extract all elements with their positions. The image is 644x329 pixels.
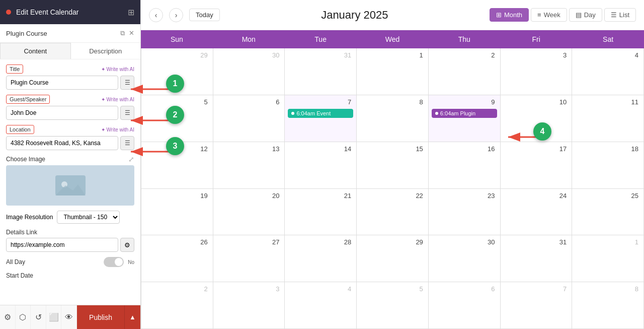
table-row: 20 <box>213 189 285 235</box>
today-button[interactable]: Today <box>189 9 220 21</box>
image-expand-icon[interactable]: ⤢ <box>128 155 134 163</box>
location-input[interactable] <box>6 136 118 150</box>
table-row: 19 <box>141 189 213 235</box>
details-link-label: Details Link <box>6 229 134 236</box>
table-row: 2 <box>429 48 501 95</box>
event-teal-jan7[interactable]: 6:04am Event <box>288 109 353 118</box>
title-label-row: Title ✦ Write with AI <box>6 64 134 74</box>
sparkle-icon2: ✦ <box>101 97 105 102</box>
table-row: 6 <box>429 282 501 328</box>
table-row: 2 <box>141 282 213 328</box>
sidebar: Edit Event Calendar ⊞ Plugin Course ⧉ ✕ … <box>0 0 141 329</box>
start-date-row: Start Date <box>6 272 134 279</box>
resolution-row: Image Resolution Thumbnail - 150 <box>6 211 134 224</box>
publish-button[interactable]: Publish <box>77 305 124 330</box>
all-day-row: All Day No <box>6 257 134 267</box>
eye-icon-btn[interactable]: 👁 <box>61 305 77 330</box>
table-row: 30 <box>213 48 285 95</box>
list-view-icon: ☰ <box>611 11 617 19</box>
table-row: 14 <box>285 142 357 188</box>
table-row: 24 <box>501 189 573 235</box>
title-input[interactable] <box>6 76 118 90</box>
calendar-header: ‹ › Today January 2025 ⊞ Month ≡ Week ▤ … <box>141 0 644 30</box>
bottom-toolbar: ⚙ ⬡ ↺ ⬜ 👁 Publish ▲ <box>0 305 140 329</box>
next-month-button[interactable]: › <box>169 8 183 22</box>
title-ai-link[interactable]: ✦ Write with AI <box>101 67 134 72</box>
details-link-row: Details Link ⚙ <box>6 229 134 252</box>
view-month-button[interactable]: ⊞ Month <box>490 8 529 22</box>
guest-label: Guest/Speaker <box>6 95 50 104</box>
table-row: 25 <box>572 189 644 235</box>
table-row: 1 <box>572 235 644 282</box>
choose-image-label: Choose Image <box>6 156 45 163</box>
location-input-row: ☰ <box>6 136 134 150</box>
sparkle-icon: ✦ <box>101 67 105 72</box>
location-label-row: Location ✦ Write with AI <box>6 125 134 134</box>
table-row: 1 <box>357 48 429 95</box>
resolution-select[interactable]: Thumbnail - 150 <box>57 211 120 224</box>
details-link-input[interactable] <box>6 238 118 252</box>
table-row: 11 <box>572 95 644 142</box>
table-row: 8 <box>357 95 429 142</box>
day-header-sat: Sat <box>572 30 644 48</box>
guest-label-row: Guest/Speaker ✦ Write with AI <box>6 95 134 104</box>
view-list-button[interactable]: ☰ List <box>604 8 636 22</box>
table-row: 31 <box>501 235 573 282</box>
title-label: Title <box>6 64 23 74</box>
guest-input-row: ☰ <box>6 106 134 120</box>
title-input-row: ☰ <box>6 76 134 90</box>
table-row: 13 <box>213 142 285 188</box>
title-list-icon[interactable]: ☰ <box>120 76 134 90</box>
history-icon-btn[interactable]: ↺ <box>31 305 46 330</box>
calendar-week-3: 12 13 14 15 16 17 18 <box>141 142 644 189</box>
table-row: 21 <box>285 189 357 235</box>
event-purple-jan9[interactable]: 6:04am Plugin <box>432 109 497 118</box>
guest-list-icon[interactable]: ☰ <box>120 106 134 120</box>
copy-icon[interactable]: ⧉ <box>120 29 125 37</box>
prev-month-button[interactable]: ‹ <box>149 8 163 22</box>
toggle-knob <box>115 258 123 266</box>
image-placeholder[interactable] <box>6 165 134 206</box>
table-row: 17 <box>501 142 573 188</box>
form-body: Title ✦ Write with AI ☰ Guest/Speaker ✦ … <box>0 59 140 305</box>
location-ai-link[interactable]: ✦ Write with AI <box>101 127 134 133</box>
grid-icon[interactable]: ⊞ <box>128 8 134 17</box>
layers-icon-btn[interactable]: ⬡ <box>16 305 31 330</box>
table-row: 3 <box>501 48 573 95</box>
link-input-row: ⚙ <box>6 238 134 252</box>
close-icon[interactable]: ✕ <box>129 29 134 37</box>
view-week-button[interactable]: ≡ Week <box>531 8 567 22</box>
all-day-toggle[interactable] <box>104 257 124 267</box>
day-view-icon: ▤ <box>576 11 582 19</box>
publish-chevron-button[interactable]: ▲ <box>124 305 140 330</box>
all-day-toggle-group: No <box>104 257 134 267</box>
tab-description[interactable]: Description <box>71 43 141 59</box>
table-row: 6 <box>213 95 285 142</box>
day-header-tue: Tue <box>285 30 357 48</box>
tab-content[interactable]: Content <box>0 43 71 59</box>
calendar-week-4: 19 20 21 22 23 24 25 <box>141 189 644 236</box>
calendar-week-6: 2 3 4 5 6 7 8 <box>141 282 644 329</box>
table-row: 16 <box>429 142 501 188</box>
calendar-title: January 2025 <box>226 9 484 22</box>
view-day-button[interactable]: ▤ Day <box>569 8 602 22</box>
guest-input[interactable] <box>6 106 118 120</box>
event-dot2 <box>435 112 438 115</box>
calendar-grid: Sun Mon Tue Wed Thu Fri Sat 29 30 31 1 2… <box>141 30 644 329</box>
settings-icon-btn[interactable]: ⚙ <box>0 305 16 330</box>
sparkle-icon3: ✦ <box>101 127 105 133</box>
content-tabs: Content Description <box>0 43 140 59</box>
guest-ai-link[interactable]: ✦ Write with AI <box>101 97 134 102</box>
table-row: 27 <box>213 235 285 282</box>
link-gear-button[interactable]: ⚙ <box>120 238 134 252</box>
app-dot <box>6 10 11 15</box>
table-row: 29 <box>357 235 429 282</box>
page-icon-btn[interactable]: ⬜ <box>46 305 62 330</box>
image-thumbnail-svg <box>55 175 86 195</box>
choose-image-row: Choose Image ⤢ <box>6 155 134 206</box>
table-row: 12 <box>141 142 213 188</box>
table-row: 10 <box>501 95 573 142</box>
calendar-main: ‹ › Today January 2025 ⊞ Month ≡ Week ▤ … <box>141 0 644 329</box>
location-list-icon[interactable]: ☰ <box>120 136 134 150</box>
sidebar-header-icons: ⊞ <box>128 8 134 17</box>
